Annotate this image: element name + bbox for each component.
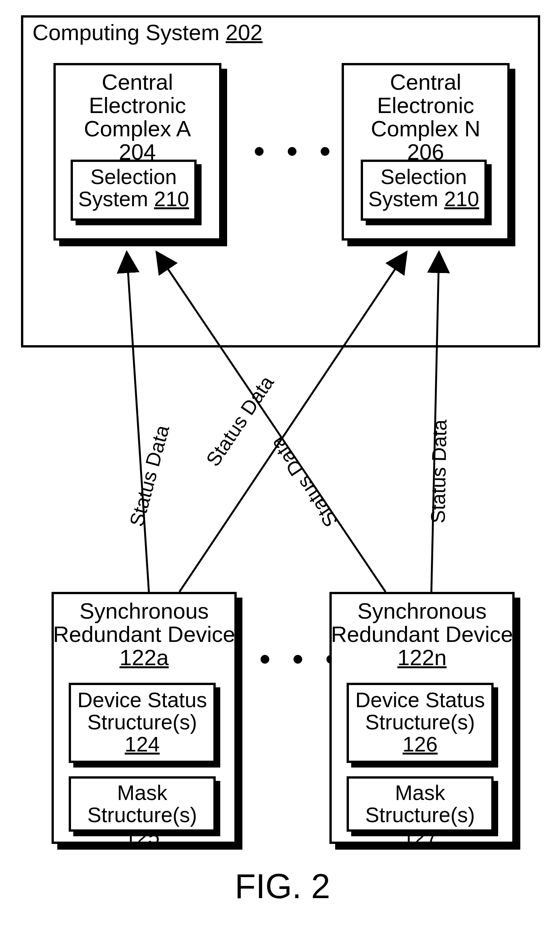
dss-n-line2: Structure(s) xyxy=(365,710,475,734)
dss-a-line2: Structure(s) xyxy=(87,710,197,734)
dss-a-line1: Device Status xyxy=(77,688,207,712)
computing-system-text: Computing System xyxy=(32,20,219,45)
cec-a-line2: Complex A xyxy=(84,116,191,141)
srd-a-ref: 122a xyxy=(119,645,169,670)
selection-n-line2p: System xyxy=(368,187,438,211)
srd-n-ref: 122n xyxy=(397,645,447,670)
mask-n-ref: 127 xyxy=(403,825,438,849)
computing-system-title: Computing System 202 xyxy=(32,21,263,44)
status-label-2: Status Data xyxy=(202,372,278,470)
srd-a-label: Synchronous Redundant Device 122a xyxy=(52,600,237,669)
selection-a-ref: 210 xyxy=(154,187,189,211)
dss-n-ref: 126 xyxy=(403,732,438,756)
computing-system-ref: 202 xyxy=(226,20,263,45)
dss-a-label: Device Status Structure(s) 124 xyxy=(69,689,216,755)
status-label-1: Status Data xyxy=(126,423,173,529)
selection-n-label: Selection System 210 xyxy=(361,166,487,210)
mask-a-label: Mask Structure(s) 125 xyxy=(69,782,216,848)
mask-n-line1: Mask Structure(s) xyxy=(365,781,475,827)
selection-n-line1: Selection xyxy=(381,165,467,189)
status-label-3: Status Data xyxy=(266,433,342,531)
cec-n-line2: Complex N xyxy=(371,116,481,141)
cec-n-line1: Central Electronic xyxy=(377,69,474,118)
selection-a-line1: Selection xyxy=(90,165,177,189)
mask-a-ref: 125 xyxy=(125,825,160,849)
srd-n-label: Synchronous Redundant Device 122n xyxy=(329,600,515,669)
cec-n-label: Central Electronic Complex N 206 xyxy=(342,71,510,164)
selection-n-ref: 210 xyxy=(444,187,479,211)
status-label-4: Status Data xyxy=(428,419,450,524)
cec-ellipsis: • • • xyxy=(254,134,337,169)
mask-n-label: Mask Structure(s) 127 xyxy=(347,782,494,848)
selection-a-line2p: System xyxy=(78,187,148,211)
selection-a-label: Selection System 210 xyxy=(71,166,197,210)
cec-a-label: Central Electronic Complex A 204 xyxy=(53,71,221,164)
dss-n-line1: Device Status xyxy=(355,688,485,712)
srd-n-line2: Redundant Device xyxy=(331,622,513,646)
dss-a-ref: 124 xyxy=(125,732,160,756)
figure-caption: FIG. 2 xyxy=(235,867,330,906)
dss-n-label: Device Status Structure(s) 126 xyxy=(347,689,494,755)
srd-a-line2: Redundant Device xyxy=(53,622,235,646)
cec-a-line1: Central Electronic xyxy=(89,69,186,118)
srd-a-line1: Synchronous xyxy=(79,598,209,623)
srd-n-line1: Synchronous xyxy=(357,598,487,623)
mask-a-line1: Mask Structure(s) xyxy=(87,781,197,827)
